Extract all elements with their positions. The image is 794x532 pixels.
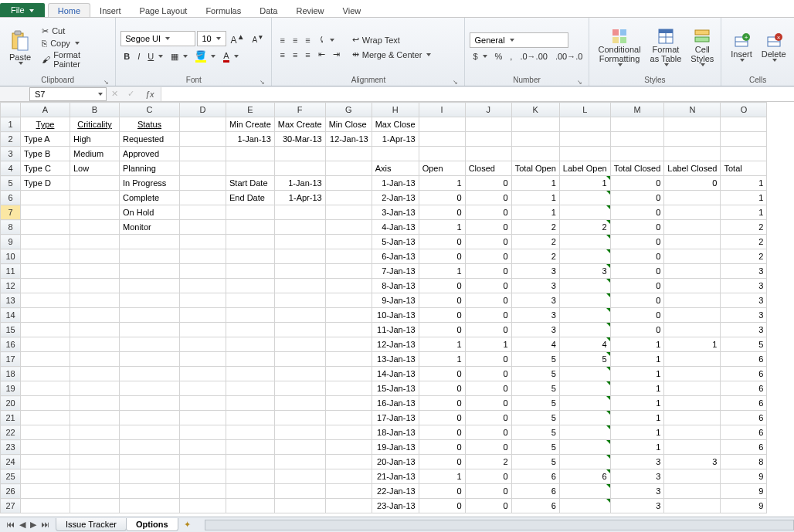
cell[interactable] [70,176,120,191]
cell[interactable]: 3 [610,484,664,499]
cell[interactable]: 0 [465,220,511,235]
cell-styles-button[interactable]: Cell Styles [686,19,718,75]
cell[interactable] [325,425,372,440]
cell[interactable]: 0 [465,249,511,264]
cell[interactable] [120,440,180,455]
cell[interactable]: 1 [559,176,610,191]
cell[interactable] [180,440,226,455]
cell[interactable] [325,440,372,455]
wrap-text-button[interactable]: ↩Wrap Text [349,34,435,46]
tab-file[interactable]: File [0,3,45,17]
cell[interactable] [226,367,275,381]
horizontal-scrollbar[interactable] [205,520,794,530]
cell[interactable]: Label Closed [664,161,721,176]
tab-review[interactable]: Review [287,4,333,17]
cell[interactable]: 9-Jan-13 [372,293,419,308]
cell[interactable] [559,147,610,161]
cell[interactable] [559,235,610,249]
number-format-select[interactable]: General [470,32,568,48]
row-header[interactable]: 8 [1,220,21,235]
cell[interactable] [180,484,226,499]
row-header[interactable]: 3 [1,147,21,161]
align-middle-button[interactable]: ≡ [290,35,300,46]
cell[interactable] [559,425,610,440]
cell[interactable] [274,337,325,352]
cell[interactable] [274,469,325,484]
cell[interactable] [70,367,120,381]
cell[interactable]: 0 [419,279,465,293]
format-as-table-button[interactable]: Format as Table [646,19,687,75]
cell[interactable]: End Date [226,191,275,205]
cell[interactable]: 6 [721,381,767,396]
cell[interactable] [465,147,511,161]
cell[interactable]: 3 [721,293,767,308]
cell[interactable]: 1 [465,337,511,352]
cell[interactable] [325,352,372,367]
cell[interactable] [226,381,275,396]
cell[interactable] [70,249,120,264]
cell[interactable] [274,235,325,249]
cell[interactable] [664,279,721,293]
border-button[interactable]: ▦ [168,51,191,63]
cell[interactable] [664,264,721,279]
cell[interactable]: 1 [610,425,664,440]
cell[interactable] [325,367,372,381]
italic-button[interactable]: I [134,51,143,62]
cell[interactable]: 1-Apr-13 [274,191,325,205]
cell[interactable] [274,264,325,279]
cell[interactable]: 1 [419,337,465,352]
cell[interactable] [70,484,120,499]
cell[interactable] [721,147,767,161]
cell[interactable] [664,235,721,249]
cell[interactable] [226,235,275,249]
cell[interactable]: 2 [511,220,559,235]
cell[interactable]: 1 [721,191,767,205]
cell[interactable] [325,293,372,308]
cell[interactable] [120,352,180,367]
cell[interactable] [226,396,275,411]
cell[interactable] [559,323,610,337]
cell[interactable] [21,323,70,337]
sheet-nav-first-icon[interactable]: ⏮ [5,520,16,530]
cell[interactable]: Approved [120,147,180,161]
cell[interactable] [274,484,325,499]
cell[interactable]: 0 [465,411,511,425]
cell[interactable]: 5 [511,425,559,440]
cell[interactable]: 1 [610,440,664,455]
cell[interactable] [180,396,226,411]
cell[interactable] [120,323,180,337]
cell[interactable] [419,132,465,147]
cell[interactable]: 2 [721,220,767,235]
row-header[interactable]: 11 [1,264,21,279]
cell[interactable]: 1 [721,176,767,191]
cell[interactable]: 1 [610,396,664,411]
cell[interactable]: 4-Jan-13 [372,220,419,235]
cell[interactable] [180,323,226,337]
cell[interactable] [325,279,372,293]
cell[interactable] [274,293,325,308]
cell[interactable] [274,411,325,425]
cell[interactable]: Type [21,117,70,132]
tab-view[interactable]: View [334,4,371,17]
cell[interactable] [325,249,372,264]
cell[interactable]: 18-Jan-13 [372,425,419,440]
cell[interactable] [21,469,70,484]
col-header[interactable]: N [664,103,721,117]
tab-insert[interactable]: Insert [90,4,131,17]
sheet-tab-options[interactable]: Options [126,518,178,531]
cell[interactable]: 3-Jan-13 [372,205,419,220]
cell[interactable]: 12-Jan-13 [372,337,419,352]
cell[interactable]: 20-Jan-13 [372,455,419,469]
col-header[interactable]: J [465,103,511,117]
cell[interactable]: 9 [721,499,767,513]
cell[interactable] [274,352,325,367]
cell[interactable] [180,191,226,205]
cell[interactable]: 22-Jan-13 [372,484,419,499]
enter-formula-icon[interactable]: ✓ [123,89,139,99]
cut-button[interactable]: ✂ Cut [39,25,110,37]
row-header[interactable]: 16 [1,337,21,352]
cell[interactable]: 0 [610,249,664,264]
cell[interactable]: 0 [419,455,465,469]
cell[interactable] [180,308,226,323]
cell[interactable] [325,484,372,499]
